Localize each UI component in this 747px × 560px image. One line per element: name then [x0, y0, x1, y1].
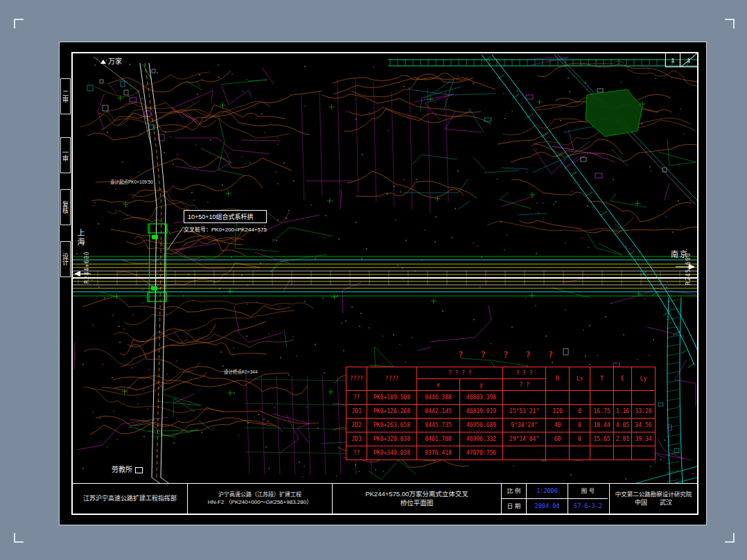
- callout-bridge-type: 10+50+10组合式系杆拱: [184, 210, 267, 223]
- meta-grid: 比 例 1:2000 图 号 日 期 2004.04 S7-6-3-2: [502, 484, 609, 514]
- vegetation-patch: [586, 89, 642, 137]
- margin-box-label: 二审: [61, 90, 70, 103]
- margin-box-check: 复核: [60, 189, 71, 225]
- station-label-right: R245+600: [685, 252, 692, 285]
- table-row: ??PK0+340.038 8376.41847070.756: [346, 446, 656, 460]
- scale-label: 比 例: [502, 484, 527, 499]
- header-angle-sub: ? ?: [503, 379, 546, 391]
- corner-mark-bottom-right: [725, 533, 735, 543]
- owner-cell: 江苏沪宁高速公路扩建工程指挥部: [73, 484, 188, 514]
- table-row: ??PK0+109.508 8446.38846803.398: [346, 391, 656, 405]
- designer-cell: 中交第二公路勘察设计研究院 中国 武汉: [610, 484, 697, 514]
- margin-box-label: 设计: [61, 253, 70, 265]
- designer-location: 中国 武汉: [635, 499, 672, 507]
- margin-box-label: 复核: [61, 201, 70, 213]
- sheet-number-total: 1: [680, 53, 697, 67]
- designer-name: 中交第二公路勘察设计研究院: [615, 491, 692, 498]
- header-x: x: [417, 379, 460, 391]
- table-header-row: ???? ???? ? ? ? ? ? ? ? R Ls T E Ly: [346, 367, 656, 379]
- title-block: 江苏沪宁高速公路扩建工程指挥部 沪宁高速公路（江苏段）扩建工程 HN-F2 （P…: [73, 483, 697, 514]
- header-r: R: [546, 367, 570, 391]
- table-row: JD1PK0+126.268 8442.14546819.819 15°53'2…: [346, 405, 656, 419]
- header-ls: Ls: [570, 367, 590, 391]
- header-e: E: [614, 367, 632, 391]
- curve-elements-table: ???? ???? ? ? ? ? ? ? ? R Ls T E Ly x y …: [346, 367, 656, 460]
- header-ly: Ly: [632, 367, 656, 391]
- margin-box-first-review: 一审: [60, 137, 71, 173]
- corner-mark-bottom-left: [14, 533, 24, 543]
- project-cell: 沪宁高速公路（江苏段）扩建工程 HN-F2 （PK240+000～GK256+9…: [188, 484, 333, 514]
- project-line2: HN-F2 （PK240+000～GK256+983.280）: [208, 499, 312, 506]
- drawing-frame: 1 1 万家 劳教所 上海 南京 R244+600 R245+600 设计起点P…: [71, 52, 698, 515]
- sheet-number-block: 1 1: [665, 53, 697, 67]
- cad-drawing-page: { "colors": { "mat_grey": "#7b8a9c", "ta…: [0, 0, 747, 560]
- table-row: JD2PK0+263.658 8445.73546956.689 9°30'24…: [346, 419, 656, 432]
- bridge-symbol: [148, 224, 167, 302]
- meta-cell: 比 例 1:2000 图 号 日 期 2004.04 S7-6-3-2: [502, 484, 610, 514]
- drawing-sheet: 二审 一审 复核 设计: [59, 42, 707, 525]
- margin-box-design: 设计: [60, 241, 71, 277]
- alignment-start-label: 设计起点PK0+109.50: [110, 178, 153, 185]
- callout-leader-line: [168, 227, 184, 250]
- label-laojiaosuo: 劳教所: [112, 464, 143, 474]
- header-y: y: [460, 379, 503, 391]
- alignment-end-label: 设计终点K0+344: [224, 368, 258, 375]
- survey-grid-crosses: [114, 96, 646, 401]
- date-value: 2004.04: [527, 499, 568, 514]
- bridge-callout: 10+50+10组合式系杆拱 交叉桩号：PK0+200=PK244+575: [184, 210, 267, 233]
- table-row: JD3PK0+320.038 8401.70846996.332 29°14'0…: [346, 432, 656, 446]
- corner-mark-top-left: [14, 19, 24, 28]
- wanjia-marker-icon: [100, 60, 106, 64]
- header-coord-group: ? ? ? ?: [417, 367, 503, 379]
- margin-box-label: 一审: [61, 149, 70, 161]
- sheet-number-current: 1: [666, 53, 680, 67]
- header-t: T: [590, 367, 614, 391]
- sheet-no-label: 图 号: [568, 484, 608, 499]
- project-line1: 沪宁高速公路（江苏段）扩建工程: [218, 491, 301, 498]
- scale-value: 1:2000: [527, 484, 568, 499]
- header-station: ????: [367, 367, 417, 391]
- drawing-title-line1: PK244+575.00万家分离式立体交叉: [365, 490, 468, 498]
- station-label-left: R244+600: [84, 251, 90, 283]
- overpass-road: [94, 57, 211, 514]
- sheet-no-value: S7-6-3-2: [568, 499, 608, 514]
- drawing-title-line2: 桥位平面图: [401, 499, 434, 507]
- diagonal-divider: [680, 53, 697, 67]
- village-label-wanjia: 万家: [100, 55, 122, 66]
- corner-mark-top-right: [725, 19, 735, 28]
- callout-crossing-station: 交叉桩号：PK0+200=PK244+575: [184, 225, 267, 233]
- margin-box-second-review: 二审: [60, 78, 71, 114]
- direction-label-shanghai: 上海: [75, 229, 86, 247]
- header-id: ????: [346, 367, 367, 391]
- header-angle-group: ? ? ?: [503, 367, 546, 379]
- building-symbol-icon: [135, 467, 143, 473]
- date-label: 日 期: [502, 499, 527, 514]
- expressway-road: [73, 256, 697, 296]
- owner-name: 江苏沪宁高速公路扩建工程指挥部: [83, 495, 177, 503]
- drawing-title-cell: PK244+575.00万家分离式立体交叉 桥位平面图: [333, 484, 502, 514]
- curve-table-title: ? ? ? ? ?: [458, 350, 559, 360]
